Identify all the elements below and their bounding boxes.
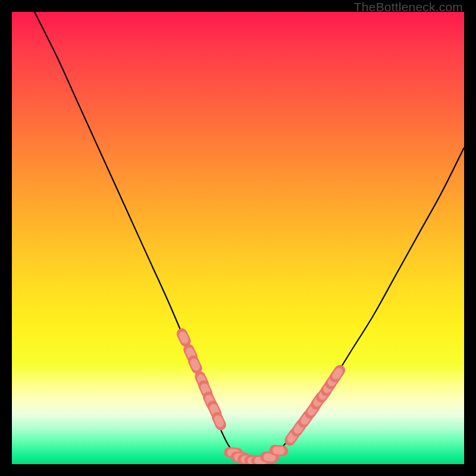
highlight-dot-inner xyxy=(298,426,300,430)
highlight-dots xyxy=(182,334,340,461)
chart-svg xyxy=(12,12,464,464)
highlight-dot-inner xyxy=(267,457,272,458)
highlight-dot-inner xyxy=(205,387,206,392)
watermark-text: TheBottleneck.com xyxy=(354,0,463,14)
highlight-dot-inner xyxy=(194,362,196,367)
bottleneck-curve xyxy=(35,12,464,464)
highlight-dot-inner xyxy=(214,408,215,412)
curve-layer xyxy=(35,12,464,464)
highlight-dot-inner xyxy=(291,435,293,439)
highlight-dot-inner xyxy=(305,417,307,421)
highlight-dot-inner xyxy=(183,336,184,340)
chart-frame: TheBottleneck.com xyxy=(0,0,476,476)
highlight-dot-inner xyxy=(336,372,339,375)
plot-area xyxy=(12,12,464,464)
highlight-dot-inner xyxy=(218,419,220,423)
highlight-dot-inner xyxy=(277,450,281,451)
highlight-dot-inner xyxy=(190,351,192,355)
